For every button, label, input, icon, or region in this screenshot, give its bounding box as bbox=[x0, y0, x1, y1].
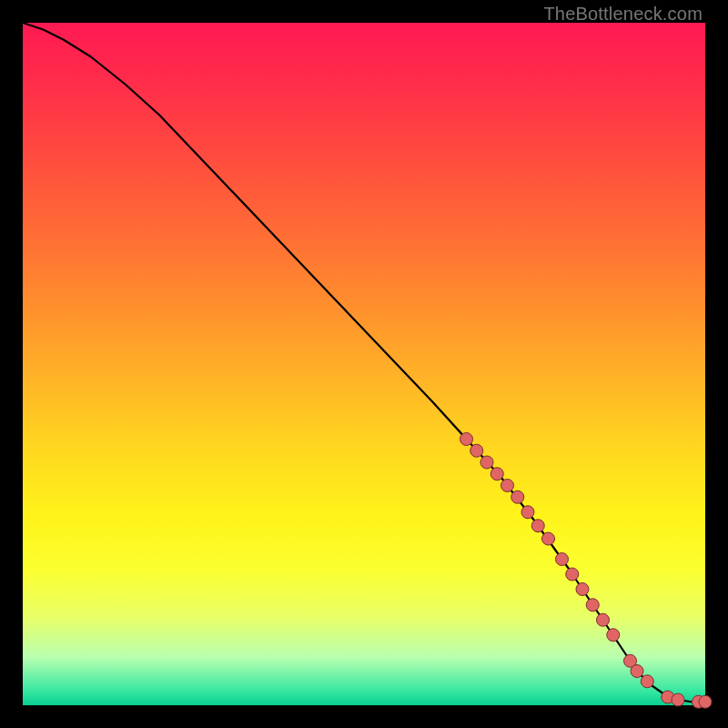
chart-marker bbox=[480, 456, 493, 469]
chart-marker bbox=[460, 433, 473, 446]
chart-marker bbox=[607, 629, 620, 642]
chart-marker bbox=[597, 613, 610, 626]
chart-marker bbox=[542, 532, 555, 545]
chart-marker bbox=[576, 583, 589, 596]
chart-marker bbox=[631, 665, 643, 678]
chart-marker bbox=[556, 553, 569, 566]
chart-marker bbox=[531, 520, 544, 532]
chart-overlay bbox=[23, 23, 705, 705]
chart-marker bbox=[501, 480, 514, 492]
chart-marker bbox=[521, 506, 534, 519]
chart-marker bbox=[699, 695, 712, 708]
chart-marker bbox=[672, 693, 684, 706]
chart-marker bbox=[490, 468, 503, 480]
chart-marker bbox=[511, 490, 524, 503]
chart-markers bbox=[460, 433, 713, 709]
watermark-label: TheBottleneck.com bbox=[543, 4, 703, 25]
chart-frame: TheBottleneck.com bbox=[0, 0, 728, 728]
chart-marker bbox=[566, 568, 579, 581]
chart-line bbox=[23, 23, 705, 702]
chart-marker bbox=[586, 599, 599, 612]
chart-marker bbox=[641, 675, 653, 688]
chart-marker bbox=[470, 444, 483, 457]
